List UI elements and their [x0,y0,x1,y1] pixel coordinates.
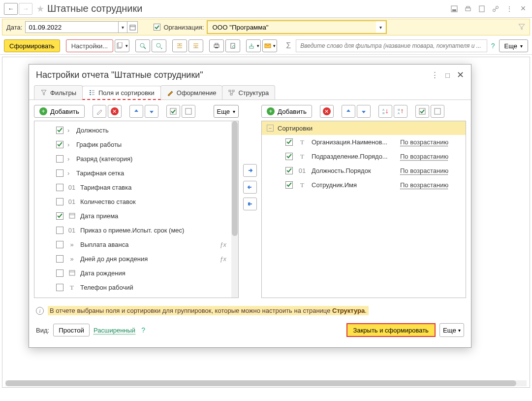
sorts-check-all-button[interactable] [415,105,429,118]
field-row[interactable]: Дата приема [36,209,230,223]
org-input[interactable] [209,22,376,33]
email-button[interactable]: ▾ [262,39,277,52]
sort-row[interactable]: TОрганизация.Наименов...По возрастанию [262,135,466,149]
field-row[interactable]: 01Приказ о приеме.Испыт. срок (мес) [36,223,230,237]
row-checkbox[interactable] [56,127,63,134]
save-icon[interactable] [449,4,459,14]
field-row[interactable]: ›Разряд (категория) [36,152,230,166]
fields-edit-button[interactable] [93,105,106,118]
field-row[interactable]: 01Количество ставок [36,195,230,209]
tab-fields-sorting[interactable]: Поля и сортировки [82,86,161,100]
sort-row[interactable]: TПодразделение.Порядо...По возрастанию [262,149,466,164]
field-row[interactable]: ›Состояние [36,295,230,298]
collapse-icon[interactable]: − [267,125,274,132]
row-checkbox[interactable] [56,284,63,291]
sort-direction[interactable]: По возрастанию [400,167,448,174]
row-checkbox[interactable] [285,153,293,160]
settings-variants-button[interactable]: ▾ [115,39,129,52]
fields-check-all-button[interactable] [166,105,180,118]
sort-direction[interactable]: По возрастанию [400,138,448,146]
expand-all-button[interactable] [172,39,187,52]
tab-design[interactable]: Оформление [160,85,223,100]
link-icon[interactable] [491,4,501,14]
print-icon[interactable] [463,4,473,14]
move-right-button[interactable] [243,164,257,177]
find-button[interactable] [135,39,150,52]
fields-more-button[interactable]: Еще▾ [214,105,239,118]
sorts-move-up-button[interactable] [342,105,355,118]
row-checkbox[interactable] [56,184,63,191]
date-dropdown-button[interactable]: ▾ [119,21,127,33]
sort-direction[interactable]: По возрастанию [400,181,448,189]
field-row[interactable]: Дата рождения [36,266,230,280]
fields-scrollbar[interactable] [231,121,238,298]
field-row[interactable]: TТелефон рабочий [36,280,230,295]
collapse-all-button[interactable] [188,39,203,52]
menu-dots-icon[interactable]: ⋮ [504,4,514,14]
move-left-button[interactable] [243,181,257,194]
nav-forward-button[interactable]: → [19,3,32,15]
window-close-icon[interactable]: × [518,4,528,14]
calendar-button[interactable] [127,21,138,33]
modal-maximize-icon[interactable]: □ [445,71,450,79]
sorts-move-down-button[interactable] [357,105,371,118]
sorts-delete-button[interactable]: ✕ [320,105,334,118]
modal-close-icon[interactable]: ✕ [457,69,464,80]
sigma-icon[interactable]: Σ [283,41,294,50]
view-extended-link[interactable]: Расширенный [94,327,135,334]
footer-help-button[interactable]: ? [139,326,147,334]
row-checkbox[interactable] [56,198,63,205]
row-checkbox[interactable] [56,169,63,177]
row-checkbox[interactable] [285,167,293,174]
row-checkbox[interactable] [285,138,293,146]
row-checkbox[interactable] [56,212,63,220]
toolbar-more-button[interactable]: Еще▾ [499,39,528,52]
settings-button[interactable]: Настройки... [66,39,114,52]
field-row[interactable]: »Дней до дня рожденияƒx [36,252,230,266]
horizontal-scrollbar[interactable] [5,380,527,386]
help-button[interactable]: ? [489,42,497,50]
field-row[interactable]: ›Должность [36,123,230,137]
row-checkbox[interactable] [56,269,63,277]
fields-uncheck-all-button[interactable] [182,105,195,118]
sort-row[interactable]: 01Должность.ПорядокПо возрастанию [262,164,466,178]
view-simple-button[interactable]: Простой [53,324,90,336]
row-checkbox[interactable] [56,255,63,263]
row-checkbox[interactable] [56,227,63,234]
sort-asc-button[interactable]: АЯ [378,105,392,118]
sort-direction[interactable]: По возрастанию [400,153,448,160]
row-checkbox[interactable] [56,241,63,248]
field-row[interactable]: »Выплата авансаƒx [36,237,230,252]
date-input[interactable] [25,21,119,33]
tab-structure[interactable]: Структура [222,85,275,100]
org-enable-checkbox[interactable] [154,24,160,31]
footer-more-button[interactable]: Еще▾ [439,323,464,337]
sorts-group-header[interactable]: − Сортировки [262,121,466,135]
tab-filters[interactable]: Фильтры [34,85,83,100]
find-next-button[interactable] [152,39,166,52]
field-row[interactable]: ›График работы [36,137,230,152]
row-checkbox[interactable] [56,141,63,148]
fields-move-down-button[interactable] [145,105,158,118]
fields-delete-button[interactable]: ✕ [108,105,122,118]
sorts-uncheck-all-button[interactable] [431,105,444,118]
favorite-star-icon[interactable]: ★ [36,3,44,14]
filter-funnel-icon[interactable] [518,23,526,32]
close-and-generate-button[interactable]: Закрыть и сформировать [346,323,436,337]
save-file-button[interactable]: ▾ [246,39,261,52]
filter-search-input[interactable] [296,39,487,52]
fields-add-button[interactable]: +Добавить [34,105,85,118]
field-row[interactable]: ›Тарифная сетка [36,166,230,180]
move-all-left-button[interactable] [243,198,257,210]
org-dropdown-button[interactable]: ▾ [376,21,385,33]
print-button[interactable] [209,39,224,52]
generate-button[interactable]: Сформировать [4,39,60,52]
row-checkbox[interactable] [285,181,293,189]
fields-move-up-button[interactable] [129,105,143,118]
sorts-add-button[interactable]: +Добавить [261,105,312,118]
modal-menu-icon[interactable]: ⋮ [431,70,438,79]
nav-back-button[interactable]: ← [4,3,18,15]
preview-button[interactable] [225,39,240,52]
sort-row[interactable]: TСотрудник.ИмяПо возрастанию [262,178,466,192]
row-checkbox[interactable] [56,155,63,163]
